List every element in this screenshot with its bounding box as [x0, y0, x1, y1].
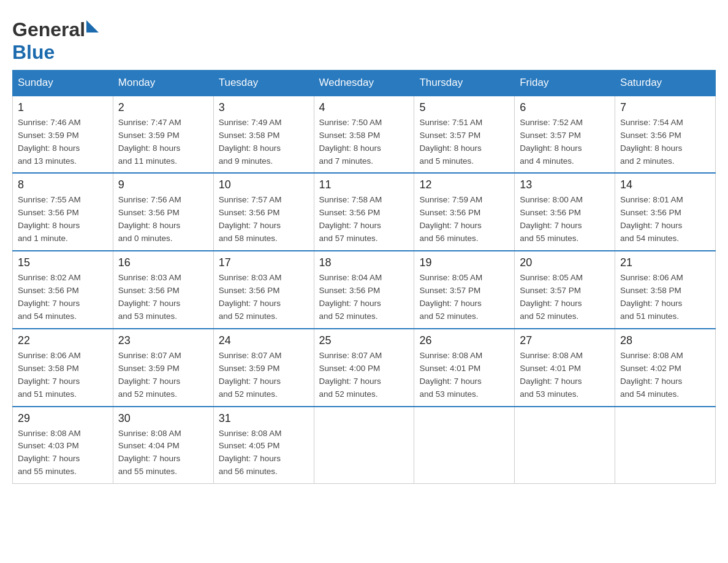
calendar-cell: 5Sunrise: 7:51 AM Sunset: 3:57 PM Daylig… [414, 96, 515, 174]
day-number: 25 [319, 334, 409, 347]
day-number: 17 [219, 256, 309, 269]
day-number: 2 [118, 101, 208, 114]
day-info: Sunrise: 8:03 AM Sunset: 3:56 PM Dayligh… [118, 272, 208, 323]
day-info: Sunrise: 8:02 AM Sunset: 3:56 PM Dayligh… [18, 272, 108, 323]
day-info: Sunrise: 8:08 AM Sunset: 4:03 PM Dayligh… [18, 427, 108, 479]
day-number: 18 [319, 256, 409, 269]
day-header-tuesday: Tuesday [213, 70, 314, 96]
day-info: Sunrise: 8:08 AM Sunset: 4:01 PM Dayligh… [419, 350, 509, 401]
day-info: Sunrise: 7:49 AM Sunset: 3:58 PM Dayligh… [219, 117, 309, 168]
day-info: Sunrise: 8:07 AM Sunset: 3:59 PM Dayligh… [219, 350, 309, 401]
day-number: 14 [620, 178, 710, 191]
day-number: 10 [219, 178, 309, 191]
day-number: 30 [118, 412, 208, 425]
day-info: Sunrise: 8:05 AM Sunset: 3:57 PM Dayligh… [419, 272, 509, 323]
calendar-cell: 19Sunrise: 8:05 AM Sunset: 3:57 PM Dayli… [414, 251, 515, 329]
calendar-cell: 20Sunrise: 8:05 AM Sunset: 3:57 PM Dayli… [515, 251, 615, 329]
calendar-table: SundayMondayTuesdayWednesdayThursdayFrid… [12, 70, 716, 484]
day-info: Sunrise: 7:58 AM Sunset: 3:56 PM Dayligh… [319, 194, 409, 245]
calendar-cell [515, 407, 615, 484]
calendar-cell: 7Sunrise: 7:54 AM Sunset: 3:56 PM Daylig… [615, 96, 716, 174]
calendar-cell: 21Sunrise: 8:06 AM Sunset: 3:58 PM Dayli… [615, 251, 716, 329]
day-number: 19 [419, 256, 509, 269]
logo: General Blue [12, 18, 99, 64]
day-number: 5 [419, 101, 509, 114]
day-info: Sunrise: 8:08 AM Sunset: 4:04 PM Dayligh… [118, 427, 208, 479]
day-number: 12 [419, 178, 509, 191]
day-number: 15 [18, 256, 108, 269]
calendar-week-2: 8Sunrise: 7:55 AM Sunset: 3:56 PM Daylig… [13, 173, 716, 251]
day-number: 6 [520, 101, 610, 114]
day-number: 21 [620, 256, 710, 269]
calendar-cell: 11Sunrise: 7:58 AM Sunset: 3:56 PM Dayli… [314, 173, 414, 251]
day-header-wednesday: Wednesday [314, 70, 414, 96]
day-info: Sunrise: 7:51 AM Sunset: 3:57 PM Dayligh… [419, 117, 509, 168]
day-info: Sunrise: 8:08 AM Sunset: 4:02 PM Dayligh… [620, 350, 710, 401]
calendar-cell: 23Sunrise: 8:07 AM Sunset: 3:59 PM Dayli… [113, 329, 213, 407]
day-info: Sunrise: 8:08 AM Sunset: 4:05 PM Dayligh… [219, 427, 309, 479]
day-info: Sunrise: 8:04 AM Sunset: 3:56 PM Dayligh… [319, 272, 409, 323]
day-number: 7 [620, 101, 710, 114]
day-header-monday: Monday [113, 70, 213, 96]
calendar-cell: 1Sunrise: 7:46 AM Sunset: 3:59 PM Daylig… [13, 96, 113, 174]
day-number: 4 [319, 101, 409, 114]
day-number: 31 [219, 412, 309, 425]
day-number: 11 [319, 178, 409, 191]
calendar-cell: 22Sunrise: 8:06 AM Sunset: 3:58 PM Dayli… [13, 329, 113, 407]
calendar-week-3: 15Sunrise: 8:02 AM Sunset: 3:56 PM Dayli… [13, 251, 716, 329]
day-info: Sunrise: 8:05 AM Sunset: 3:57 PM Dayligh… [520, 272, 610, 323]
day-info: Sunrise: 8:07 AM Sunset: 4:00 PM Dayligh… [319, 350, 409, 401]
day-info: Sunrise: 7:47 AM Sunset: 3:59 PM Dayligh… [118, 117, 208, 168]
day-header-thursday: Thursday [414, 70, 515, 96]
day-number: 23 [118, 334, 208, 347]
day-number: 29 [18, 412, 108, 425]
day-number: 24 [219, 334, 309, 347]
calendar-cell: 16Sunrise: 8:03 AM Sunset: 3:56 PM Dayli… [113, 251, 213, 329]
day-info: Sunrise: 8:08 AM Sunset: 4:01 PM Dayligh… [520, 350, 610, 401]
calendar-header-row: SundayMondayTuesdayWednesdayThursdayFrid… [13, 70, 716, 96]
calendar-cell: 17Sunrise: 8:03 AM Sunset: 3:56 PM Dayli… [213, 251, 314, 329]
logo-arrow-icon [86, 20, 99, 33]
calendar-cell: 13Sunrise: 8:00 AM Sunset: 3:56 PM Dayli… [515, 173, 615, 251]
calendar-week-5: 29Sunrise: 8:08 AM Sunset: 4:03 PM Dayli… [13, 407, 716, 484]
calendar-cell: 10Sunrise: 7:57 AM Sunset: 3:56 PM Dayli… [213, 173, 314, 251]
day-number: 8 [18, 178, 108, 191]
calendar-cell: 14Sunrise: 8:01 AM Sunset: 3:56 PM Dayli… [615, 173, 716, 251]
day-number: 1 [18, 101, 108, 114]
calendar-cell [314, 407, 414, 484]
day-info: Sunrise: 8:03 AM Sunset: 3:56 PM Dayligh… [219, 272, 309, 323]
calendar-cell: 29Sunrise: 8:08 AM Sunset: 4:03 PM Dayli… [13, 407, 113, 484]
calendar-cell: 6Sunrise: 7:52 AM Sunset: 3:57 PM Daylig… [515, 96, 615, 174]
calendar-cell [414, 407, 515, 484]
day-number: 9 [118, 178, 208, 191]
day-number: 22 [18, 334, 108, 347]
day-number: 27 [520, 334, 610, 347]
day-number: 13 [520, 178, 610, 191]
page-header: General Blue [12, 12, 716, 64]
calendar-cell [615, 407, 716, 484]
calendar-cell: 15Sunrise: 8:02 AM Sunset: 3:56 PM Dayli… [13, 251, 113, 329]
calendar-cell: 8Sunrise: 7:55 AM Sunset: 3:56 PM Daylig… [13, 173, 113, 251]
calendar-cell: 12Sunrise: 7:59 AM Sunset: 3:56 PM Dayli… [414, 173, 515, 251]
logo-general-text: General [12, 18, 85, 40]
day-number: 16 [118, 256, 208, 269]
calendar-cell: 3Sunrise: 7:49 AM Sunset: 3:58 PM Daylig… [213, 96, 314, 174]
day-info: Sunrise: 7:50 AM Sunset: 3:58 PM Dayligh… [319, 117, 409, 168]
day-info: Sunrise: 7:54 AM Sunset: 3:56 PM Dayligh… [620, 117, 710, 168]
calendar-cell: 26Sunrise: 8:08 AM Sunset: 4:01 PM Dayli… [414, 329, 515, 407]
day-info: Sunrise: 7:57 AM Sunset: 3:56 PM Dayligh… [219, 194, 309, 245]
calendar-cell: 2Sunrise: 7:47 AM Sunset: 3:59 PM Daylig… [113, 96, 213, 174]
day-header-saturday: Saturday [615, 70, 716, 96]
day-info: Sunrise: 7:46 AM Sunset: 3:59 PM Dayligh… [18, 117, 108, 168]
day-info: Sunrise: 7:55 AM Sunset: 3:56 PM Dayligh… [18, 194, 108, 245]
logo-blue-text: Blue [12, 41, 55, 63]
calendar-cell: 30Sunrise: 8:08 AM Sunset: 4:04 PM Dayli… [113, 407, 213, 484]
calendar-cell: 25Sunrise: 8:07 AM Sunset: 4:00 PM Dayli… [314, 329, 414, 407]
calendar-cell: 9Sunrise: 7:56 AM Sunset: 3:56 PM Daylig… [113, 173, 213, 251]
day-number: 3 [219, 101, 309, 114]
calendar-week-1: 1Sunrise: 7:46 AM Sunset: 3:59 PM Daylig… [13, 96, 716, 174]
day-info: Sunrise: 8:01 AM Sunset: 3:56 PM Dayligh… [620, 194, 710, 245]
day-info: Sunrise: 7:59 AM Sunset: 3:56 PM Dayligh… [419, 194, 509, 245]
day-info: Sunrise: 8:07 AM Sunset: 3:59 PM Dayligh… [118, 350, 208, 401]
day-number: 26 [419, 334, 509, 347]
